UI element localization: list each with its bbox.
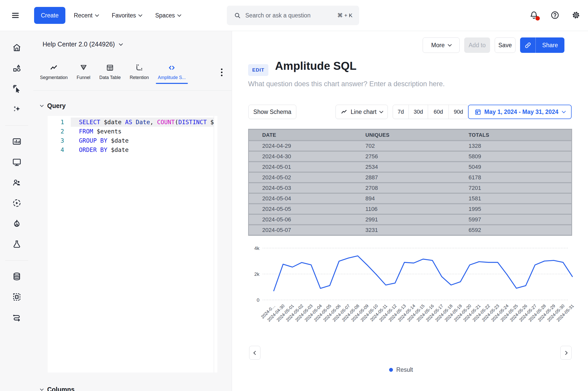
editor-scrollbar[interactable] [214, 116, 214, 373]
table-cell: 2708 [352, 183, 455, 193]
rail-item-database-icon[interactable] [11, 271, 22, 282]
tab-segmentation[interactable]: Segmentation [40, 64, 68, 80]
rail-item-journey-icon[interactable] [11, 312, 22, 323]
search-input[interactable]: Search or ask a question ⌘ + K [227, 6, 359, 25]
sql-line-3[interactable]: 3GROUP BY $date [48, 136, 217, 145]
y-axis-tick-label: 2k [254, 271, 260, 277]
query-section-label: Query [47, 102, 66, 110]
add-to-button[interactable]: Add to [464, 37, 490, 53]
tab-data-table[interactable]: Data Table [99, 64, 121, 80]
quick-range-90d[interactable]: 90d [449, 105, 468, 119]
hamburger-menu-icon[interactable] [10, 10, 21, 21]
rail-item-sparkles-icon[interactable] [11, 103, 22, 115]
table-cell: 702 [352, 141, 455, 151]
more-button[interactable]: More [423, 37, 460, 53]
tab-label: Segmentation [40, 75, 68, 80]
rail-item-flame-icon[interactable] [11, 218, 22, 229]
chart-page-next-button[interactable] [560, 346, 572, 360]
amplitude-app-window: Create RecentFavoritesSpaces Search or a… [0, 0, 588, 391]
chart-type-tabs: SegmentationFunnelData TableRetentionAmp… [40, 53, 214, 90]
table-row[interactable]: 2024-05-0732316592 [249, 225, 571, 235]
sql-code: ORDER BY $date [71, 145, 214, 154]
table-row[interactable]: 2024-05-048941581 [249, 194, 571, 203]
notifications-bell-icon[interactable] [529, 10, 539, 21]
tab-label: Amplitude S... [158, 75, 186, 80]
top-menu-favorites[interactable]: Favorites [112, 12, 142, 19]
description-placeholder[interactable]: What question does this chart answer? En… [248, 80, 445, 88]
create-button[interactable]: Create [34, 7, 65, 24]
sql-line-2[interactable]: 2FROM $events [48, 127, 217, 136]
sql-line-1[interactable]: 1SELECT $date AS Date, COUNT(DISTINCT $ [48, 118, 217, 127]
rail-item-users-icon[interactable] [11, 177, 22, 188]
rail-item-cursor-click-icon[interactable] [11, 83, 22, 94]
table-row[interactable]: 2024-05-0511061995 [249, 204, 571, 214]
top-menu-spaces[interactable]: Spaces [155, 12, 181, 19]
top-menu-recent[interactable]: Recent [74, 12, 98, 19]
table-cell: 2024-05-01 [249, 162, 352, 172]
rail-item-play-circle-icon[interactable] [11, 197, 22, 209]
table-row[interactable]: 2024-04-3027565809 [249, 152, 571, 161]
chevron-down-icon [177, 13, 181, 17]
quick-range-30d[interactable]: 30d [409, 105, 428, 119]
table-row[interactable]: 2024-04-297021328 [249, 141, 571, 151]
table-row[interactable]: 2024-05-0125345049 [249, 162, 571, 172]
table-cell: 7201 [455, 183, 571, 193]
line-series-result[interactable] [274, 256, 572, 291]
rail-item-chart-board-icon[interactable] [11, 136, 22, 147]
rail-item-monitor-icon[interactable] [11, 156, 22, 168]
date-range-picker[interactable]: May 1, 2024 - May 31, 2024 [468, 105, 572, 119]
data-table-icon [106, 64, 114, 72]
table-cell: 5809 [455, 152, 571, 161]
search-placeholder: Search or ask a question [245, 12, 333, 19]
line-number: 4 [48, 145, 71, 154]
settings-gear-icon[interactable] [571, 10, 581, 21]
line-chart: 02k4k2024-0…2024-04-302024-05-012024-05-… [244, 241, 577, 341]
table-cell: 1106 [352, 204, 455, 214]
tab-amplitude-s[interactable]: Amplitude S... [158, 64, 186, 80]
rail-item-home-icon[interactable] [11, 42, 22, 53]
rail-item-shapes-icon[interactable] [11, 62, 22, 74]
query-section-header[interactable]: Query [40, 102, 66, 110]
tab-funnel[interactable]: Funnel [77, 64, 90, 80]
rail-item-frame-icon[interactable] [11, 291, 22, 302]
table-cell: 1995 [455, 204, 571, 214]
chevron-down-icon [448, 43, 452, 47]
quick-range-7d[interactable]: 7d [393, 105, 409, 119]
copy-link-icon[interactable] [520, 37, 536, 53]
calendar-icon [474, 109, 481, 115]
sql-code: FROM $events [71, 127, 214, 136]
show-schema-button[interactable]: Show Schema [248, 105, 296, 119]
legend-label: Result [396, 366, 413, 373]
table-cell: 2024-04-30 [249, 152, 352, 161]
quick-range-60d[interactable]: 60d [428, 105, 449, 119]
table-cell: 2024-05-02 [249, 173, 352, 182]
chart-page-prev-button[interactable] [249, 346, 260, 360]
tab-retention[interactable]: Retention [130, 64, 149, 80]
help-icon[interactable] [550, 10, 560, 21]
table-cell: 2024-05-05 [249, 204, 352, 214]
table-row[interactable]: 2024-05-0228876178 [249, 173, 571, 182]
tab-overflow-menu-icon[interactable] [218, 67, 226, 78]
columns-section-label: Columns [47, 386, 75, 391]
share-button[interactable]: Share [520, 37, 564, 53]
chart-type-dropdown[interactable]: Line chart [336, 105, 388, 119]
table-row[interactable]: 2024-05-0327087201 [249, 183, 571, 193]
top-navigation-bar: Create RecentFavoritesSpaces Search or a… [0, 0, 588, 31]
table-cell: 6592 [455, 225, 571, 235]
save-button[interactable]: Save [495, 37, 515, 53]
table-row[interactable]: 2024-05-0629915997 [249, 215, 571, 224]
rail-item-flask-icon[interactable] [11, 238, 22, 250]
sql-line-4[interactable]: 4ORDER BY $date [48, 145, 217, 154]
line-number: 3 [48, 136, 71, 145]
chevron-down-icon [40, 103, 44, 107]
line-number: 1 [48, 118, 71, 127]
table-header-totals: TOTALS [455, 130, 571, 140]
table-cell: 2024-05-06 [249, 215, 352, 224]
columns-section-header[interactable]: Columns [40, 386, 75, 391]
rail-divider [5, 125, 28, 126]
line-chart-icon [341, 109, 347, 115]
sql-editor[interactable]: 1SELECT $date AS Date, COUNT(DISTINCT $2… [48, 116, 217, 373]
project-selector[interactable]: Help Center 2.0 (244926) [43, 41, 122, 48]
table-cell: 1328 [455, 141, 571, 151]
menu-label: Spaces [155, 12, 175, 19]
